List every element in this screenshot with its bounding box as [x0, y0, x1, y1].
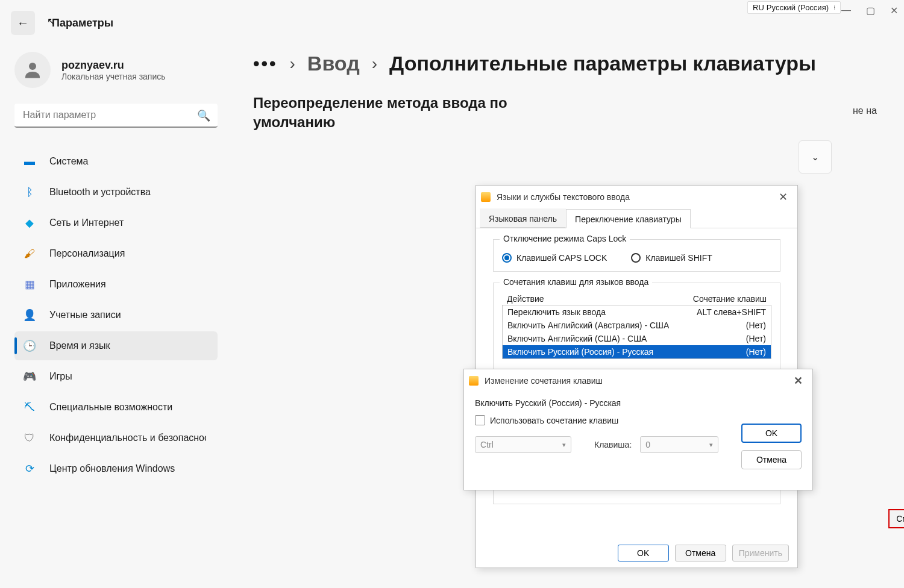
- dialog2-ok-button[interactable]: OK: [741, 424, 802, 443]
- chevron-right-icon: ›: [290, 54, 295, 74]
- col-action: Действие: [507, 294, 544, 304]
- sidebar-item-gaming[interactable]: 🎮 Игры: [14, 362, 218, 391]
- sidebar-item-personalization[interactable]: 🖌 Персонализация: [14, 239, 218, 268]
- hotkey-keys: (Нет): [746, 321, 766, 330]
- sidebar-item-bluetooth[interactable]: ᛒ Bluetooth и устройства: [14, 178, 218, 207]
- nav-label: Приложения: [49, 279, 106, 290]
- setting-description-fragment: не на: [853, 105, 877, 116]
- sidebar-item-accounts[interactable]: 👤 Учетные записи: [14, 301, 218, 330]
- keyboard-icon: [469, 376, 479, 386]
- hotkey-row[interactable]: Включить Английский (Австралия) - США (Н…: [503, 319, 771, 332]
- sidebar-item-privacy[interactable]: 🛡 Конфиденциальность и безопасность: [14, 424, 218, 452]
- back-button[interactable]: ←: [11, 11, 35, 35]
- person-icon: 👤: [23, 308, 36, 322]
- search-input[interactable]: [14, 104, 218, 128]
- accessibility-icon: ⛏: [23, 401, 36, 414]
- sidebar-item-update[interactable]: ⟳ Центр обновления Windows: [14, 454, 218, 483]
- chevron-down-button[interactable]: ⌄: [799, 140, 832, 174]
- nav-label: Учетные записи: [49, 310, 121, 321]
- key-value: 0: [645, 440, 650, 449]
- ime-name: Русский (Россия): [767, 3, 829, 12]
- ime-options-icon[interactable]: ⁝: [833, 4, 835, 11]
- dialog2-close-button[interactable]: ✕: [789, 374, 808, 387]
- chevron-down-icon: ⌄: [811, 151, 819, 163]
- breadcrumb: ••• › Ввод › Дополнительные параметры кл…: [253, 52, 904, 75]
- keyboard-icon: [481, 192, 491, 202]
- hotkey-action: Включить Русский (Россия) - Русская: [507, 347, 653, 357]
- user-block[interactable]: poznyaev.ru Локальная учетная запись: [14, 52, 218, 88]
- key-label: Клавиша:: [594, 440, 632, 449]
- apply-button[interactable]: Применить: [732, 545, 789, 561]
- hotkey-row[interactable]: Переключить язык ввода ALT слева+SHIFT: [503, 305, 771, 319]
- search-icon[interactable]: 🔍: [197, 109, 210, 122]
- hotkey-keys: ALT слева+SHIFT: [697, 307, 766, 317]
- sidebar-item-accessibility[interactable]: ⛏ Специальные возможности: [14, 393, 218, 422]
- dialog2-title: Изменение сочетания клавиш: [485, 376, 603, 386]
- app-title: Параметры: [52, 17, 113, 30]
- nav-label: Конфиденциальность и безопасность: [49, 433, 206, 443]
- sidebar-item-time-language[interactable]: 🕒 Время и язык: [14, 331, 218, 360]
- nav-label: Персонализация: [49, 248, 125, 259]
- modifier-value: Ctrl: [480, 440, 494, 449]
- checkbox-label: Использовать сочетание клавиш: [490, 416, 618, 425]
- bluetooth-icon: ᛒ: [23, 186, 36, 199]
- breadcrumb-level1[interactable]: Ввод: [307, 52, 360, 75]
- dialog-titlebar[interactable]: Языки и службы текстового ввода ✕: [476, 186, 797, 208]
- radio-shift-key[interactable]: Клавишей SHIFT: [631, 253, 712, 263]
- tab-language-bar[interactable]: Языковая панель: [480, 208, 566, 228]
- sidebar-item-apps[interactable]: ▦ Приложения: [14, 270, 218, 299]
- display-icon: ▬: [23, 155, 36, 168]
- dialog-title: Языки и службы текстового ввода: [497, 192, 630, 202]
- window-maximize-button[interactable]: ▢: [866, 5, 875, 16]
- update-icon: ⟳: [23, 462, 36, 475]
- hotkey-list[interactable]: Переключить язык ввода ALT слева+SHIFT В…: [502, 305, 771, 359]
- brush-icon: 🖌: [23, 247, 36, 260]
- group-capslock-legend: Отключение режима Caps Lock: [500, 234, 630, 243]
- dialog-tabs: Языковая панель Переключение клавиатуры: [476, 208, 797, 228]
- radio-capslock-key[interactable]: Клавишей CAPS LOCK: [502, 253, 607, 263]
- dialog2-titlebar[interactable]: Изменение сочетания клавиш ✕: [464, 369, 812, 392]
- hotkey-keys: (Нет): [746, 347, 766, 357]
- sidebar-item-network[interactable]: ◆ Сеть и Интернет: [14, 208, 218, 237]
- svg-point-0: [29, 63, 36, 70]
- modifier-select[interactable]: Ctrl ▾: [475, 436, 571, 453]
- dialog-change-key-sequence: Изменение сочетания клавиш ✕ Включить Ру…: [463, 369, 813, 490]
- nav-label: Центр обновления Windows: [49, 463, 175, 474]
- key-select[interactable]: 0 ▾: [640, 436, 718, 453]
- dialog2-buttons: OK Отмена: [741, 424, 802, 469]
- user-subtitle: Локальная учетная запись: [61, 72, 166, 81]
- shield-icon: 🛡: [23, 431, 36, 445]
- sidebar-item-system[interactable]: ▬ Система: [14, 147, 218, 176]
- nav-label: Сеть и Интернет: [49, 217, 124, 228]
- group-capslock: Отключение режима Caps Lock Клавишей CAP…: [493, 239, 780, 272]
- radio-label: Клавишей SHIFT: [645, 253, 712, 263]
- change-key-sequence-button[interactable]: Сменить сочетание клавиш...: [888, 509, 904, 528]
- avatar: [14, 52, 51, 88]
- window-close-button[interactable]: ✕: [890, 5, 898, 16]
- person-icon: [22, 59, 43, 81]
- nav: ▬ Система ᛒ Bluetooth и устройства ◆ Сет…: [14, 147, 218, 483]
- breadcrumb-more[interactable]: •••: [253, 54, 278, 74]
- sidebar: poznyaev.ru Локальная учетная запись 🔍 ▬…: [0, 41, 226, 588]
- tab-keyboard-switching[interactable]: Переключение клавиатуры: [566, 209, 691, 228]
- hotkey-row-selected[interactable]: Включить Русский (Россия) - Русская (Нет…: [503, 345, 771, 358]
- user-name: poznyaev.ru: [61, 59, 166, 72]
- radio-icon: [631, 253, 641, 263]
- dialog2-cancel-button[interactable]: Отмена: [741, 450, 802, 469]
- nav-label: Система: [49, 156, 88, 167]
- chevron-down-icon: ▾: [562, 441, 566, 449]
- hotkey-action: Включить Английский (США) - США: [507, 334, 647, 343]
- dialog2-subtitle: Включить Русский (Россия) - Русская: [475, 398, 802, 408]
- window-minimize-button[interactable]: —: [841, 5, 851, 16]
- dialog-close-button[interactable]: ✕: [774, 190, 793, 204]
- use-key-sequence-checkbox[interactable]: [475, 415, 485, 425]
- nav-label: Bluetooth и устройства: [49, 187, 151, 198]
- ime-indicator[interactable]: RU Русский (Россия) ⁝: [747, 1, 841, 14]
- clock-globe-icon: 🕒: [23, 339, 36, 352]
- col-keys: Сочетание клавиш: [693, 294, 767, 304]
- hotkey-row[interactable]: Включить Английский (США) - США (Нет): [503, 332, 771, 345]
- ok-button[interactable]: OK: [618, 545, 669, 561]
- radio-label: Клавишей CAPS LOCK: [516, 253, 607, 263]
- cancel-button[interactable]: Отмена: [675, 545, 726, 561]
- apps-icon: ▦: [23, 278, 36, 291]
